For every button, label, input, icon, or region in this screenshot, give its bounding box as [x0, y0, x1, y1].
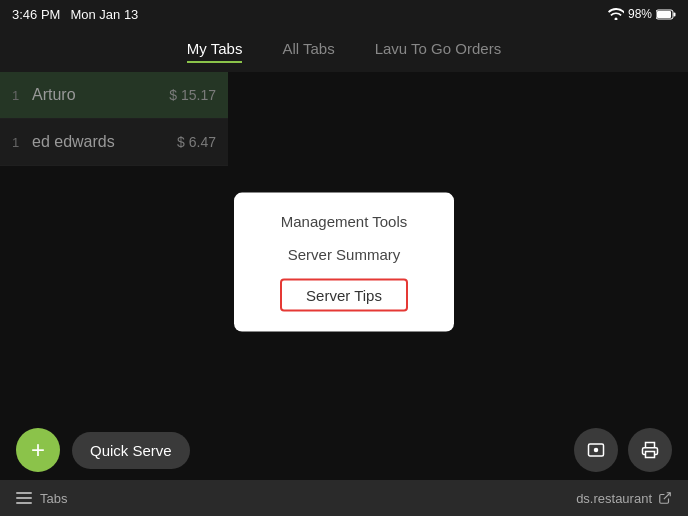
battery-text: 98%	[628, 7, 652, 21]
status-bar: 3:46 PM Mon Jan 13 98%	[0, 0, 688, 28]
bottom-toolbar: + Quick Serve	[0, 420, 688, 480]
bottom-nav-left[interactable]: Tabs	[16, 491, 67, 506]
popup-title: Management Tools	[281, 213, 407, 230]
bottom-nav: Tabs ds.restaurant	[0, 480, 688, 516]
print-icon	[641, 441, 659, 459]
status-icons: 98%	[608, 7, 676, 21]
domain-label: ds.restaurant	[576, 491, 652, 506]
bottom-left-actions: + Quick Serve	[16, 428, 190, 472]
svg-rect-5	[646, 452, 655, 458]
quick-serve-button[interactable]: Quick Serve	[72, 432, 190, 469]
server-tips-button[interactable]: Server Tips	[280, 279, 408, 312]
add-button[interactable]: +	[16, 428, 60, 472]
wifi-icon	[608, 8, 624, 20]
battery-icon	[656, 9, 676, 20]
management-tools-popup: Management Tools Server Summary Server T…	[234, 193, 454, 332]
status-time: 3:46 PM	[12, 7, 60, 22]
svg-rect-2	[657, 11, 671, 18]
svg-point-4	[594, 448, 599, 453]
bottom-nav-right: ds.restaurant	[576, 491, 672, 506]
popup-overlay: Management Tools Server Summary Server T…	[0, 72, 688, 480]
main-content: 1 Arturo $ 15.17 1 ed edwards $ 6.47 Man…	[0, 72, 688, 480]
hamburger-icon	[16, 492, 32, 504]
status-right: 98%	[608, 7, 676, 21]
dollar-icon-button[interactable]	[574, 428, 618, 472]
tab-all-tabs[interactable]: All Tabs	[282, 40, 334, 61]
server-summary-item[interactable]: Server Summary	[288, 246, 401, 263]
status-date: Mon Jan 13	[70, 7, 138, 22]
tabs-nav-label: Tabs	[40, 491, 67, 506]
print-icon-button[interactable]	[628, 428, 672, 472]
svg-line-6	[664, 493, 670, 499]
svg-rect-1	[674, 12, 676, 16]
tab-my-tabs[interactable]: My Tabs	[187, 40, 243, 61]
dollar-icon	[587, 441, 605, 459]
bottom-right-actions	[574, 428, 672, 472]
tab-navigation: My Tabs All Tabs Lavu To Go Orders	[0, 28, 688, 72]
external-link-icon	[658, 491, 672, 505]
tab-lavu-to-go[interactable]: Lavu To Go Orders	[375, 40, 501, 61]
